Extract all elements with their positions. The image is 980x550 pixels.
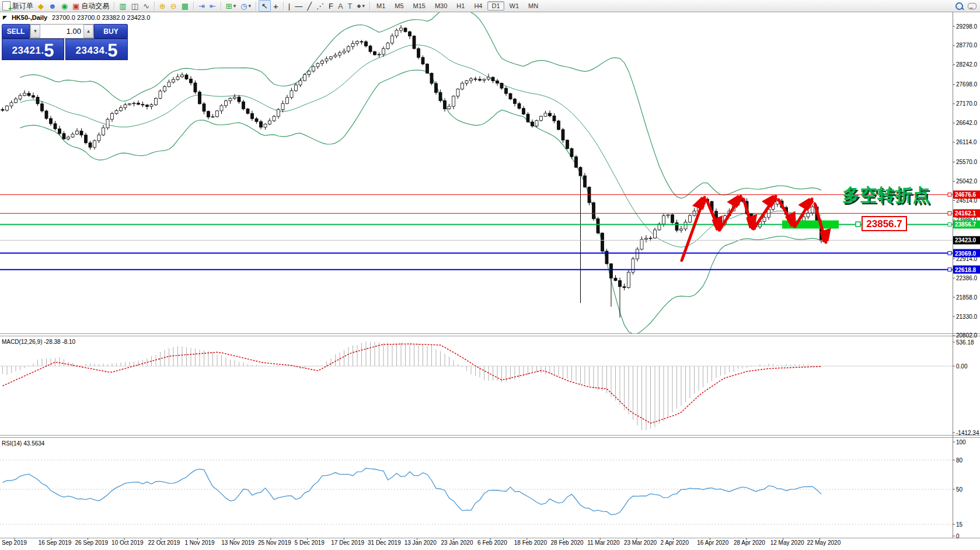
price-callout-text: 23856.7 bbox=[866, 218, 902, 229]
text-icon: A bbox=[338, 2, 343, 10]
bar-chart-button[interactable]: ▥ bbox=[117, 1, 128, 11]
macd-tick-label: -1412.34 bbox=[956, 430, 979, 436]
zoom-in-icon: ⊕ bbox=[159, 2, 166, 10]
price-tick-label: 25042.0 bbox=[956, 178, 978, 185]
new-order-button[interactable]: 新订单 bbox=[0, 1, 36, 11]
rsi-tick-label: 50 bbox=[956, 486, 963, 493]
buy-button[interactable]: BUY bbox=[94, 24, 128, 39]
vline-tool-button[interactable]: | bbox=[286, 1, 292, 11]
date-label: 28 Apr 2020 bbox=[734, 539, 765, 546]
volume-input[interactable]: 1.00 bbox=[40, 25, 83, 38]
date-label: Sep 2019 bbox=[2, 539, 27, 546]
date-label: 6 Feb 2020 bbox=[477, 539, 507, 546]
search-icon[interactable] bbox=[955, 2, 963, 10]
trendline-tool-button[interactable]: ╱ bbox=[305, 1, 314, 11]
volume-decrease-button[interactable]: ▼ bbox=[30, 25, 40, 38]
periods-button[interactable]: ◷▾ bbox=[238, 1, 253, 11]
fibonacci-tool-button[interactable]: F bbox=[326, 1, 336, 11]
zoom-in-button[interactable]: ⊕ bbox=[157, 1, 168, 11]
dropdown-icon: ▾ bbox=[249, 3, 252, 9]
timeframe-button-D1[interactable]: D1 bbox=[487, 1, 504, 11]
crosshair-tool-button[interactable]: + bbox=[271, 1, 281, 11]
new-chart-icon: ⊞ bbox=[226, 2, 232, 10]
signals-button[interactable]: ◉ bbox=[59, 1, 70, 11]
date-label: 26 Sep 2019 bbox=[75, 539, 108, 546]
price-level-tag: 23856.7 bbox=[955, 221, 976, 228]
toolbar-separator bbox=[283, 2, 284, 11]
ohlc-readout: 23700.0 23700.0 23382.0 23423.0 bbox=[52, 14, 150, 21]
chat-icon[interactable] bbox=[968, 3, 976, 9]
community-button[interactable]: ☻ bbox=[46, 1, 59, 11]
dropdown-icon: ▾ bbox=[362, 3, 365, 9]
date-label: 23 Mar 2020 bbox=[624, 539, 657, 546]
timeframe-button-H4[interactable]: H4 bbox=[470, 1, 486, 11]
date-label: 13 Nov 2019 bbox=[221, 539, 254, 546]
hline-tool-button[interactable]: — bbox=[292, 1, 305, 11]
new-order-icon bbox=[2, 1, 11, 11]
toolbar-separator bbox=[114, 2, 114, 11]
rsi-tick-label: 0 bbox=[956, 533, 960, 539]
auto-trading-button[interactable]: ▣ 自动交易 bbox=[70, 1, 111, 11]
sell-price-button[interactable]: 23421.5 bbox=[2, 39, 64, 60]
clock-icon: ◷ bbox=[240, 2, 247, 10]
candlestick-series bbox=[1, 25, 823, 318]
timeframe-button-M5[interactable]: M5 bbox=[390, 1, 407, 11]
new-chart-button[interactable]: ⊞▾ bbox=[224, 1, 238, 11]
chart-shift-button[interactable]: ⇤ bbox=[207, 1, 218, 11]
price-axis[interactable]: 29298.028770.028242.027698.027170.026642… bbox=[953, 23, 980, 539]
toolbar-separator bbox=[154, 2, 155, 11]
timeframe-button-H1[interactable]: H1 bbox=[452, 1, 469, 11]
timeframe-button-MN[interactable]: MN bbox=[524, 1, 542, 11]
date-label: 25 Nov 2019 bbox=[258, 539, 291, 546]
timeframe-button-M1[interactable]: M1 bbox=[372, 1, 389, 11]
auto-scroll-button[interactable]: ⇥ bbox=[196, 1, 207, 11]
text-tool-button[interactable]: A bbox=[336, 1, 346, 11]
chart-canvas[interactable]: 29298.028770.028242.027698.027170.026642… bbox=[0, 12, 980, 550]
rsi-indicator-label: RSI(14) 43.5634 bbox=[2, 440, 44, 447]
line-chart-button[interactable]: ∿ bbox=[141, 1, 152, 11]
gold-icon: ◆ bbox=[38, 2, 44, 10]
zoom-out-button[interactable]: ⊖ bbox=[168, 1, 179, 11]
shapes-tool-button[interactable]: ◆▾ bbox=[355, 1, 367, 11]
dropdown-icon: ▾ bbox=[233, 3, 236, 9]
date-label: 17 Dec 2019 bbox=[331, 539, 364, 546]
timeframe-strip: M1M5M15M30H1H4D1W1MN bbox=[372, 1, 542, 11]
main-toolbar: 新订单 ◆ ☻ ◉ ▣ 自动交易 ▥ ◫ ∿ ⊕ ⊖ ▦ ⇥ ⇤ ⊞▾ ◷▾ ↖… bbox=[0, 0, 980, 12]
label-tool-button[interactable]: T bbox=[346, 1, 355, 11]
trendline-icon: ╱ bbox=[307, 2, 312, 10]
candle-chart-button[interactable]: ◫ bbox=[129, 1, 141, 11]
price-tick-label: 25570.0 bbox=[956, 159, 978, 165]
deposit-button[interactable]: ◆ bbox=[36, 1, 46, 11]
date-label: 31 Dec 2019 bbox=[368, 539, 401, 546]
tile-windows-button[interactable]: ▦ bbox=[179, 1, 191, 11]
date-label: 5 Dec 2019 bbox=[295, 539, 325, 546]
tile-windows-icon: ▦ bbox=[182, 2, 189, 10]
date-label: 23 Jan 2020 bbox=[441, 539, 473, 546]
date-label: 10 Oct 2019 bbox=[111, 539, 144, 546]
price-tick-label: 28770.0 bbox=[956, 42, 978, 48]
date-label: 28 Feb 2020 bbox=[551, 539, 584, 546]
sell-button[interactable]: SELL bbox=[2, 24, 30, 39]
toolbar-separator bbox=[193, 2, 194, 11]
volume-increase-button[interactable]: ▲ bbox=[83, 25, 93, 38]
chart-expand-icon[interactable]: ◤ bbox=[3, 15, 7, 20]
auto-trading-icon: ▣ bbox=[72, 2, 79, 10]
timeframe-button-M15[interactable]: M15 bbox=[409, 1, 430, 11]
timeframe-button-M30[interactable]: M30 bbox=[431, 1, 451, 11]
buy-price-button[interactable]: 23434.5 bbox=[65, 39, 128, 60]
sell-price-main: 23421 bbox=[12, 45, 41, 58]
price-tick-label: 26642.0 bbox=[956, 120, 978, 126]
channel-tool-button[interactable]: ⋰ bbox=[314, 1, 326, 11]
macd-indicator-label: MACD(12,26,9) -28.38 -8.10 bbox=[2, 339, 75, 345]
symbol-period-label: HK50-,Daily bbox=[12, 14, 47, 21]
auto-scroll-icon: ⇥ bbox=[198, 2, 205, 10]
new-order-label: 新订单 bbox=[12, 1, 33, 11]
timeframe-button-W1[interactable]: W1 bbox=[505, 1, 524, 11]
price-level-tag: 24676.6 bbox=[955, 192, 976, 198]
chart-svg: 29298.028770.028242.027698.027170.026642… bbox=[0, 12, 980, 550]
price-tick-label: 27170.0 bbox=[956, 100, 978, 107]
time-axis[interactable]: Sep 201916 Sep 201926 Sep 201910 Oct 201… bbox=[2, 538, 841, 546]
signals-icon: ◉ bbox=[61, 2, 68, 10]
cursor-tool-button[interactable]: ↖ bbox=[259, 0, 271, 12]
one-click-trading-panel: SELL ▼ 1.00 ▲ BUY 23421.5 23434.5 bbox=[2, 24, 128, 60]
